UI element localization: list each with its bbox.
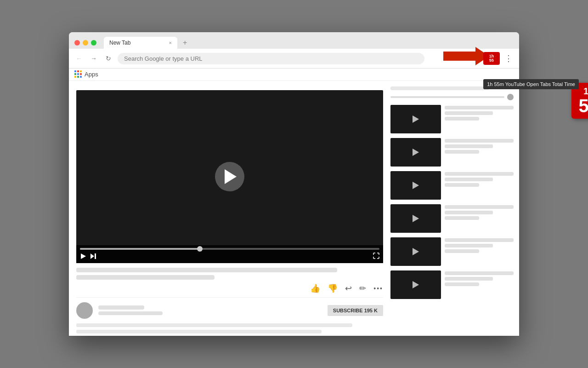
progress-fill [80,248,200,250]
sidebar-video-item-4[interactable] [390,204,514,233]
like-button[interactable]: 👍 [310,283,320,293]
more-actions-button[interactable]: ••• [373,285,383,292]
play-icon [225,169,237,184]
desc-line-2 [76,330,322,334]
toolbar: ← → ↻ 1h 55 ⋮ 1h 55m YouTube Open Tabs T… [69,49,519,69]
sidebar-play-icon-5 [413,248,419,255]
video-sidebar [390,81,519,336]
channel-info [98,305,322,315]
video-actions: 👍 👎 ↩ ✏ ••• [76,283,383,298]
progress-bar[interactable] [80,248,379,250]
play-button[interactable] [215,162,244,191]
sidebar-progress-indicator [507,94,514,100]
sidebar-meta-3 [445,171,514,200]
traffic-lights [74,40,96,46]
sidebar-video-item-3[interactable] [390,171,514,200]
sidebar-progress-bar [390,96,504,98]
tooltip: 1h 55m YouTube Open Tabs Total Time [483,79,579,89]
sidebar-thumb-3 [390,171,441,200]
minimize-button[interactable] [83,40,88,46]
maximize-button[interactable] [91,40,96,46]
sidebar-play-icon-4 [413,215,419,222]
address-bar[interactable] [118,53,424,64]
sidebar-video-item-6[interactable] [390,270,514,299]
video-player[interactable] [76,90,383,263]
sidebar-thumb-2 [390,138,441,167]
fullscreen-button[interactable] [373,253,379,260]
dislike-button[interactable]: 👎 [328,283,338,293]
browser-content: 👍 👎 ↩ ✏ ••• SUBSCRIBE 195 K [69,81,519,336]
close-button[interactable] [74,40,80,46]
menu-button[interactable]: ⋮ [503,52,514,65]
video-main: 👍 👎 ↩ ✏ ••• SUBSCRIBE 195 K [69,81,390,336]
apps-row: Apps [69,69,519,81]
badge-bottom: 55 [489,58,494,63]
video-title-line2 [76,275,215,280]
channel-subs [98,311,163,315]
channel-avatar [76,302,93,319]
sidebar-thumb-6 [390,270,441,299]
sidebar-thumb-5 [390,237,441,266]
svg-marker-0 [443,47,489,65]
next-button[interactable] [90,253,96,259]
video-controls [76,245,383,263]
sidebar-play-icon-1 [413,115,419,123]
sidebar-play-icon-6 [413,281,419,288]
sidebar-video-item-2[interactable] [390,138,514,167]
clip-button[interactable]: ✏ [359,283,366,293]
browser-window: New Tab × + ← → ↻ 1h 55 ⋮ 1h 55m YouTub [69,32,519,336]
sidebar-thumb-1 [390,105,441,133]
sidebar-meta-1 [445,105,514,133]
svg-marker-2 [90,253,94,259]
active-tab[interactable]: New Tab × [104,37,177,49]
sidebar-meta-2 [445,138,514,167]
new-tab-button[interactable]: + [179,37,191,49]
description [76,323,383,336]
apps-label[interactable]: Apps [85,71,98,78]
channel-row: SUBSCRIBE 195 K [76,302,383,319]
video-info: 👍 👎 ↩ ✏ ••• SUBSCRIBE 195 K [76,268,383,336]
tab-close-button[interactable]: × [169,40,172,46]
video-title-line1 [76,268,337,272]
sidebar-play-icon-2 [413,149,419,156]
sidebar-meta-6 [445,270,514,299]
channel-name [98,305,144,310]
forward-button[interactable]: → [88,53,99,64]
desc-line-1 [76,323,352,327]
sidebar-header-bar [390,86,489,90]
subscribe-button[interactable]: SUBSCRIBE 195 K [328,305,383,316]
sidebar-video-item-1[interactable] [390,105,514,133]
arrow-icon [443,47,489,65]
svg-marker-1 [81,253,86,259]
title-bar: New Tab × + [69,32,519,49]
sidebar-meta-4 [445,204,514,233]
progress-thumb [197,246,203,252]
back-button[interactable]: ← [74,53,85,64]
play-pause-button[interactable] [80,253,86,259]
big-time-bottom: 55 [579,97,588,115]
share-button[interactable]: ↩ [345,283,352,293]
sidebar-meta-5 [445,237,514,266]
sidebar-play-icon-3 [413,182,419,189]
sidebar-video-item-5[interactable] [390,237,514,266]
reload-button[interactable]: ↻ [103,53,114,64]
apps-icon [74,70,82,78]
extension-badge[interactable]: 1h 55 [483,52,500,65]
svg-rect-3 [95,253,96,259]
tab-title: New Tab [109,40,130,46]
sidebar-progress [390,94,514,100]
sidebar-thumb-4 [390,204,441,233]
big-time-top: 1h [579,86,588,96]
